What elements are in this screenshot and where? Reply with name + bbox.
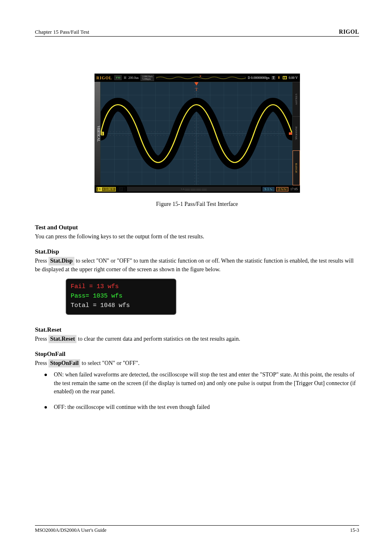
statreset-heading: Stat.Reset <box>35 326 359 333</box>
stat-total-line: Total = 1048 wfs <box>71 301 171 310</box>
scope-sample-rate: 2.00GSa/s5.00kpts <box>141 74 154 81</box>
ch1-marker: 1 <box>101 132 104 136</box>
scope-brand: RIGOL <box>97 76 112 80</box>
footer-left: MSO2000A/DS2000A User's Guide <box>35 527 106 533</box>
footer-right: 15-3 <box>350 527 359 533</box>
statdisp-softkey[interactable]: Stat.Disp <box>48 257 74 265</box>
page-header: Chapter 15 Pass/Fail Test RIGOL <box>35 29 359 37</box>
stoponfail-heading: StopOnFail <box>35 351 359 358</box>
bullet-off: OFF: the oscilloscope will continue with… <box>44 403 359 411</box>
header-brand: RIGOL <box>339 29 359 35</box>
scope-clock: 17:05 <box>290 187 297 191</box>
statistics-box-wrap: Fail = 13 wfs Pass= 1035 wfs Total = 104… <box>66 279 359 315</box>
page-footer: MSO2000A/DS2000A User's Guide 15-3 <box>35 525 359 533</box>
ch1-readout: 1 = 1.00 V <box>97 187 116 192</box>
bullet-on: ON: when failed waveforms are detected, … <box>44 371 359 396</box>
stoponfail-paragraph: Press StopOnFail to select "ON" or "OFF"… <box>35 359 359 367</box>
la-indicator: LA ▯▯▯▯ ▯▯▯▯ ▯▯▯▯ ▯▯▯▯ <box>127 187 261 192</box>
scope-trig-level: 0.00 V <box>289 76 298 80</box>
statdisp-para-before: Press <box>35 258 48 264</box>
stoponfail-para-after: to select "ON" or "OFF". <box>80 360 139 366</box>
test-output-heading: Test and Output <box>35 224 359 231</box>
waveform-ch1 <box>101 82 292 185</box>
stoponfail-bullets: ON: when failed waveforms are detected, … <box>35 371 359 411</box>
source2-chip: 2 ∿∿ <box>276 187 288 192</box>
statreset-para-after: to clear the current data and perform st… <box>76 336 240 342</box>
statreset-para-before: Press <box>35 336 48 342</box>
ch1-scale: = 1.00 V <box>103 187 114 191</box>
stat-fail-line: Fail = 13 wfs <box>71 282 171 291</box>
scope-topbar: RIGOL T'D H 200.0us 2.00GSa/s5.00kpts D … <box>95 74 300 82</box>
scope-trigT: T <box>272 76 275 80</box>
svg-marker-1 <box>199 76 201 77</box>
statistics-box: Fail = 13 wfs Pass= 1035 wfs Total = 104… <box>66 279 176 315</box>
oscilloscope-screen: RIGOL T'D H 200.0us 2.00GSa/s5.00kpts D … <box>95 74 300 193</box>
tab-range: RANGE <box>293 150 300 185</box>
scope-vertical-label: VERTICAL <box>95 82 100 185</box>
trig-level-marker <box>289 132 292 135</box>
scope-waveform-overview <box>156 76 246 80</box>
header-chapter: Chapter 15 Pass/Fail Test <box>35 29 89 35</box>
statreset-softkey[interactable]: Stat.Reset <box>48 335 76 343</box>
tab-passfail: PASS/FAIL <box>293 116 300 151</box>
scope-trig-edge-icon: ⬆ <box>277 76 281 80</box>
ch1-num: 1 <box>98 187 102 191</box>
scope-bottombar: 1 = 1.00 V 2 LA ▯▯▯▯ ▯▯▯▯ ▯▯▯▯ ▯▯▯▯ S 1 … <box>95 185 300 193</box>
ch2-num: 2 <box>119 187 123 191</box>
stat-pass-line: Pass= 1035 wfs <box>71 291 171 301</box>
ch2-readout: 2 <box>118 187 125 192</box>
scope-right-tabs: UTILITY PASS/FAIL RANGE <box>293 82 300 185</box>
tab-utility: UTILITY <box>293 82 300 116</box>
scope-h-label: H <box>124 76 126 80</box>
scope-body: VERTICAL <box>95 82 300 185</box>
test-output-paragraph: You can press the following keys to set … <box>35 233 359 241</box>
stoponfail-para-before: Press <box>35 360 48 366</box>
statreset-paragraph: Press Stat.Reset to clear the current da… <box>35 335 359 343</box>
scope-trig-pause-icon: ▮▮ <box>283 76 287 79</box>
scope-waveform-grid: T 1 <box>100 82 293 185</box>
scope-delay: D 0.00000000ps <box>248 76 270 80</box>
figure-caption: Figure 15-1 Pass/Fail Test Interface <box>35 201 359 208</box>
scope-timebase: 200.0us <box>128 76 138 80</box>
statdisp-paragraph: Press Stat.Disp to select "ON" or "OFF" … <box>35 257 359 274</box>
source1-chip: S 1 ∿ <box>263 187 274 192</box>
statdisp-heading: Stat.Disp <box>35 248 359 255</box>
stoponfail-softkey[interactable]: StopOnFail <box>48 359 80 367</box>
scope-td-status: T'D <box>114 75 122 80</box>
statdisp-para-after: to select "ON" or "OFF" to turn the stat… <box>35 258 354 272</box>
scope-figure: RIGOL T'D H 200.0us 2.00GSa/s5.00kpts D … <box>35 74 359 193</box>
